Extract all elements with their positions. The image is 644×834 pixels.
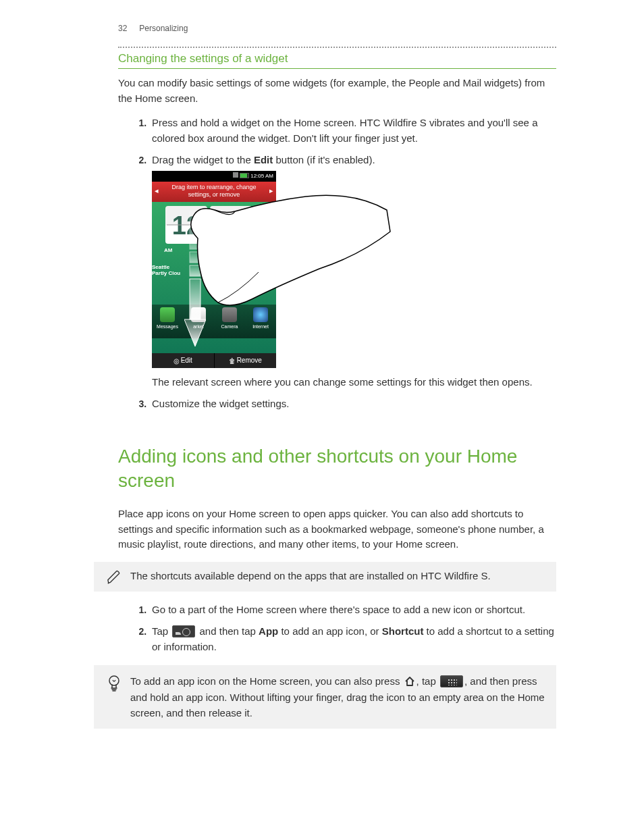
step-2-bold: Edit (254, 154, 273, 165)
note-text: The shortcuts available depend on the ap… (130, 569, 545, 584)
section2-intro: Place app icons on your Home screen to o… (118, 506, 556, 552)
tip-a: To add an app icon on the Home screen, y… (130, 675, 403, 687)
home-icon (404, 675, 415, 684)
dock-messages-label: Messages (157, 324, 178, 329)
phone-status-bar: 12:05 AM (152, 171, 276, 182)
btn-edit-label: Edit (181, 357, 192, 364)
trash-icon: 🗑 (229, 354, 236, 369)
section-divider (118, 47, 556, 48)
step-2-followup: The relevant screen where you can change… (152, 375, 556, 390)
note-box: The shortcuts available depend on the ap… (94, 562, 556, 592)
steps-list-2: Go to a part of the Home screen where th… (122, 602, 556, 655)
phone-bottom-bar: ◎Edit 🗑Remove (152, 353, 276, 368)
sec2-step-1-text: Go to a part of the Home screen where th… (152, 604, 525, 615)
sec2-step-2-a: Tap (152, 625, 171, 637)
weather-city: Seattle Partly Clou (152, 264, 180, 277)
step-2-text-b: button (if it's enabled). (273, 154, 375, 165)
figure-phone-screenshot: 12:05 AM ◂ Drag item to rearrange, chang… (152, 171, 276, 368)
battery-icon (240, 173, 249, 178)
step-3: Customize the widget settings. (149, 396, 556, 412)
gear-icon: ◎ (173, 354, 180, 369)
arrow-left-icon: ◂ (155, 186, 159, 195)
running-header: 32 Personalizing (118, 24, 556, 33)
step-1-text: Press and hold a widget on the Home scre… (152, 117, 537, 144)
step-2-text-a: Drag the widget to the (152, 154, 254, 165)
pencil-icon (105, 570, 124, 585)
sec2-step-1: Go to a part of the Home screen where th… (149, 602, 556, 618)
step-3-text: Customize the widget settings. (152, 398, 289, 409)
intro-paragraph: You can modify basic settings of some wi… (118, 76, 556, 106)
heading-adding-icons: Adding icons and other shortcuts on your… (118, 444, 556, 494)
signal-icon (233, 172, 238, 178)
tip-b: , tap (417, 675, 439, 687)
subheading-underline (118, 68, 556, 69)
city-name: Seattle (152, 264, 169, 270)
weather-cond: Partly Clou (152, 270, 180, 276)
status-time: 12:05 AM (250, 173, 273, 179)
sec2-step-2-c: to add an app icon, or (278, 625, 381, 637)
messages-icon (160, 307, 175, 322)
step-2: Drag the widget to the Edit button (if i… (149, 153, 556, 390)
lightbulb-icon (105, 675, 124, 692)
sec2-step-2-bold2: Shortcut (382, 625, 424, 637)
tip-box: To add an app icon on the Home screen, y… (94, 665, 556, 729)
clock-ampm: AM (164, 246, 172, 255)
step-1: Press and hold a widget on the Home scre… (149, 115, 556, 146)
steps-list-1: Press and hold a widget on the Home scre… (122, 115, 556, 412)
personalize-button-icon (172, 625, 195, 637)
page-number: 32 (118, 24, 137, 33)
sec2-step-2: Tap and then tap App to add an app icon,… (149, 624, 556, 654)
btn-remove: 🗑Remove (215, 353, 277, 368)
page-content: 32 Personalizing Changing the settings o… (0, 0, 644, 769)
section-name: Personalizing (139, 24, 188, 33)
apps-grid-button-icon (440, 675, 463, 687)
btn-edit: ◎Edit (152, 353, 215, 368)
sec2-step-2-b: and then tap (196, 625, 259, 637)
hand-outline-graphic (178, 191, 394, 333)
btn-remove-label: Remove (237, 357, 262, 364)
tip-text: To add an app icon on the Home screen, y… (130, 673, 545, 721)
sec2-step-2-bold1: App (259, 625, 278, 637)
subheading-changing-settings: Changing the settings of a widget (118, 52, 556, 66)
svg-point-9 (109, 676, 119, 685)
